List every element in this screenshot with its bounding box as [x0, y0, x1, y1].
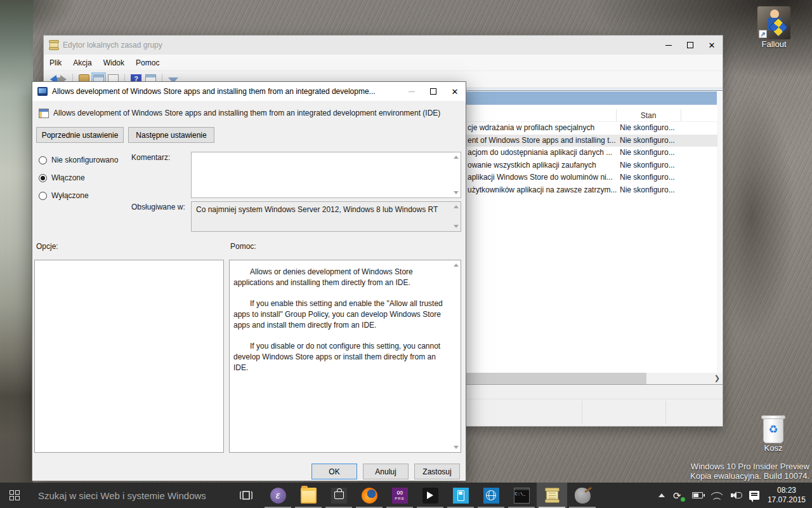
task-view-button[interactable] [233, 483, 259, 508]
taskbar-app-edge[interactable] [476, 483, 506, 508]
scroll-down-icon[interactable] [454, 446, 459, 449]
taskbar: Szukaj w sieci Web i systemie Windows ε … [0, 483, 812, 508]
help-paragraph: Allows or denies development of Windows … [233, 267, 447, 288]
help-panel[interactable]: Allows or denies development of Windows … [229, 260, 461, 453]
menu-pomoc[interactable]: Pomoc [130, 55, 165, 70]
dialog-titlebar[interactable]: Allows development of Windows Store apps… [32, 82, 466, 101]
recycle-bin-icon: ♻ [761, 414, 785, 443]
help-label: Pomoc: [230, 242, 256, 251]
taskbar-app-phone-companion[interactable] [445, 483, 476, 508]
radio-not-configured[interactable]: Nie skonfigurowano [39, 156, 118, 164]
action-center-icon[interactable] [749, 491, 759, 500]
menu-plik[interactable]: Plik [44, 55, 67, 70]
comment-label: Komentarz: [131, 153, 170, 162]
visual-studio-icon: ∞PRE [392, 488, 408, 504]
apply-button[interactable]: Zastosuj [414, 464, 460, 479]
radio-enabled[interactable]: Włączone [39, 173, 85, 182]
scroll-up-icon[interactable] [454, 205, 459, 208]
help-paragraph: If you disable or do not configure this … [233, 341, 447, 373]
taskbar-app-visual-studio[interactable]: ∞PRE [384, 483, 415, 508]
gpedit-close-button[interactable]: ✕ [701, 36, 723, 55]
group-policy-editor-icon [546, 488, 558, 503]
taskbar-app-firefox[interactable] [354, 483, 384, 508]
radio-disabled[interactable]: Wyłączone [39, 191, 89, 200]
scroll-up-icon[interactable] [454, 264, 459, 267]
sync-status-icon[interactable]: ⟳ [673, 490, 684, 501]
firefox-icon [362, 488, 377, 504]
gimp-icon [575, 488, 591, 504]
battery-icon[interactable] [692, 492, 703, 498]
start-button[interactable] [0, 483, 29, 508]
task-view-icon [240, 490, 252, 500]
unity-icon [422, 488, 438, 504]
taskbar-app-gpedit-active[interactable] [537, 483, 567, 508]
taskbar-app-windows-store[interactable] [324, 483, 354, 508]
gpedit-app-icon [49, 40, 58, 50]
taskbar-search-input[interactable]: Szukaj w sieci Web i systemie Windows [38, 490, 228, 501]
supported-on-value: Co najmniej system Windows Server 2012, … [196, 205, 449, 214]
dialog-title: Allows development of Windows Store apps… [52, 87, 401, 96]
menu-akcja[interactable]: Akcja [67, 55, 97, 70]
windows-logo-icon [10, 490, 20, 501]
cancel-button[interactable]: Anuluj [363, 464, 409, 479]
gpedit-title: Edytor lokalnych zasad grupy [63, 41, 658, 50]
windows-build-watermark: Windows 10 Pro Insider Preview Kopia ewa… [690, 462, 809, 481]
gpedit-vertical-scrollbar[interactable] [717, 91, 722, 384]
volume-icon[interactable] [731, 491, 741, 500]
windows-store-icon [331, 488, 347, 504]
supported-on-box[interactable]: Co najmniej system Windows Server 2012, … [191, 201, 461, 232]
fallout-label: Fallout [750, 39, 798, 49]
edge-browser-icon [483, 488, 499, 504]
command-prompt-icon: C:\_ [514, 488, 530, 504]
previous-setting-button[interactable]: Poprzednie ustawienie [36, 127, 124, 143]
taskbar-app-emacs[interactable]: ε [263, 483, 293, 508]
scroll-down-icon[interactable] [454, 225, 459, 228]
radio-circle-selected[interactable] [39, 174, 47, 182]
dialog-app-icon [37, 87, 48, 96]
taskbar-app-gimp[interactable] [567, 483, 598, 508]
options-panel[interactable] [34, 260, 224, 453]
gpedit-menubar: Plik Akcja Widok Pomoc [44, 55, 723, 71]
dialog-maximize-button[interactable] [422, 82, 444, 101]
taskbar-clock[interactable]: 08:23 17.07.2015 [768, 486, 806, 505]
taskbar-app-file-explorer[interactable] [293, 483, 324, 508]
ok-button[interactable]: OK [311, 464, 357, 479]
radio-circle[interactable] [39, 192, 47, 200]
dialog-close-button[interactable]: ✕ [444, 82, 466, 101]
hidden-icons-chevron[interactable] [658, 493, 665, 497]
column-header-stan[interactable]: Stan [616, 111, 681, 120]
help-paragraph: If you enable this setting and enable th… [233, 298, 447, 331]
wifi-icon[interactable] [711, 491, 723, 500]
emacs-icon: ε [270, 488, 286, 504]
file-explorer-icon [301, 488, 317, 504]
comment-textarea[interactable] [191, 152, 461, 198]
supported-on-label: Obsługiwane w: [131, 203, 185, 211]
fallout-icon: ↗ [757, 6, 790, 39]
gpedit-maximize-button[interactable] [679, 36, 701, 55]
scroll-down-icon[interactable] [454, 191, 459, 194]
options-label: Opcje: [36, 242, 58, 251]
clock-date: 17.07.2015 [768, 495, 806, 505]
radio-circle[interactable] [39, 156, 47, 164]
desktop-icon-fallout[interactable]: ↗ Fallout [750, 6, 798, 49]
scrollbar-right-arrow-icon[interactable]: ❯ [714, 374, 720, 382]
policy-setting-dialog: Allows development of Windows Store apps… [32, 81, 466, 481]
next-setting-button[interactable]: Następne ustawienie [128, 127, 214, 143]
shortcut-arrow-icon: ↗ [759, 30, 767, 38]
menu-widok[interactable]: Widok [98, 55, 130, 70]
policy-setting-name: Allows development of Windows Store apps… [53, 109, 440, 117]
phone-companion-icon [453, 488, 469, 504]
taskbar-app-unity[interactable] [415, 483, 445, 508]
gpedit-titlebar[interactable]: Edytor lokalnych zasad grupy ✕ [44, 36, 723, 55]
clock-time: 08:23 [768, 486, 806, 495]
policy-setting-icon [39, 109, 49, 118]
desktop-icon-recycle-bin[interactable]: ♻ Kosz [749, 414, 797, 453]
recycle-bin-label: Kosz [749, 443, 797, 453]
dialog-minimize-button [401, 82, 422, 101]
desktop-wallpaper-sea [0, 0, 33, 508]
taskbar-app-command-prompt[interactable]: C:\_ [506, 483, 537, 508]
scroll-up-icon[interactable] [454, 156, 459, 159]
gpedit-minimize-button[interactable] [658, 36, 679, 55]
system-tray: ⟳ 08:23 17.07.2015 [658, 486, 812, 505]
